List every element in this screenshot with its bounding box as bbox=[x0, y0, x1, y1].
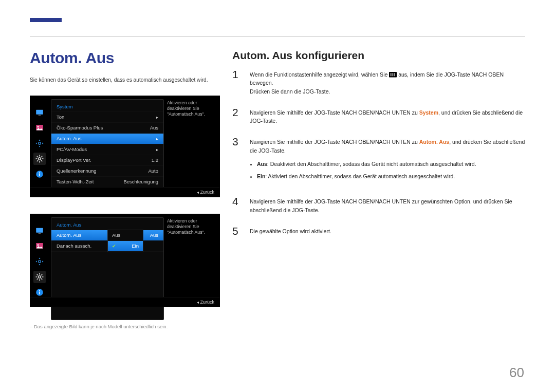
osd-popup: AusEin bbox=[107, 230, 143, 252]
bullet-lead: Aus bbox=[257, 161, 267, 167]
svg-point-22 bbox=[39, 276, 41, 278]
steps-list: 1 Wenn die Funktionstastenhilfe angezeig… bbox=[232, 69, 525, 236]
monitor-icon bbox=[33, 106, 46, 119]
svg-rect-18 bbox=[39, 233, 41, 234]
svg-rect-1 bbox=[39, 115, 41, 116]
svg-line-28 bbox=[41, 278, 42, 279]
osd-back: Zurück bbox=[30, 297, 219, 307]
arrows-icon bbox=[33, 137, 46, 150]
osd-popup-row: Ein bbox=[108, 241, 143, 252]
osd-tabs bbox=[30, 101, 49, 185]
footnote: Das angezeigte Bild kann je nach Modell … bbox=[30, 324, 220, 329]
osd-autom-aus: Autom. Aus Autom. AusAusDanach aussch. A… bbox=[30, 214, 220, 307]
osd-row-label: DisplayPort Ver. bbox=[57, 157, 91, 163]
right-column: Autom. Aus konfigurieren 1 Wenn die Funk… bbox=[232, 49, 525, 236]
svg-point-3 bbox=[38, 126, 39, 127]
svg-line-29 bbox=[37, 278, 38, 279]
osd-heading: System bbox=[51, 102, 163, 112]
step-2: Navigieren Sie mithilfe der JOG-Taste NA… bbox=[250, 107, 525, 125]
intro-text: Sie können das Gerät so einstellen, dass… bbox=[30, 76, 220, 84]
osd-row: Tasten-Wdh.-ZeitBeschleunigung bbox=[51, 177, 163, 188]
left-column: Autom. Aus Sie können das Gerät so einst… bbox=[30, 49, 220, 329]
osd-row-value bbox=[154, 146, 158, 152]
osd-rows: TonÖko-Sparmodus PlusAusAutom. AusPC/AV-… bbox=[51, 112, 163, 188]
menu-icon bbox=[389, 72, 397, 78]
svg-line-30 bbox=[41, 274, 42, 275]
osd-system-panel: System TonÖko-Sparmodus PlusAusAutom. Au… bbox=[51, 99, 164, 195]
osd-row-value bbox=[154, 136, 158, 141]
bullet-lead: Ein bbox=[257, 173, 265, 179]
svg-line-12 bbox=[37, 160, 38, 161]
svg-point-21 bbox=[39, 260, 41, 263]
bullet-ein: Ein: Aktiviert den Abschalttimer, sodass… bbox=[257, 172, 525, 180]
text: Navigieren Sie mithilfe der JOG-Taste NA… bbox=[250, 109, 419, 116]
osd-row: Autom. Aus bbox=[51, 134, 163, 144]
osd-heading: Autom. Aus bbox=[51, 220, 163, 230]
osd-row: Öko-Sparmodus PlusAus bbox=[51, 123, 163, 134]
picture-icon bbox=[33, 122, 46, 134]
osd-row: DisplayPort Ver.1.2 bbox=[51, 155, 163, 166]
svg-line-11 bbox=[41, 160, 42, 161]
svg-rect-35 bbox=[391, 73, 392, 76]
header-bar bbox=[30, 18, 525, 22]
osd-row-label: Öko-Sparmodus Plus bbox=[57, 125, 103, 130]
osd-back: Zurück bbox=[30, 187, 219, 197]
bullets: Aus: Deaktiviert den Abschalttimer, soda… bbox=[250, 160, 525, 181]
step-3: Navigieren Sie mithilfe der JOG-Taste NA… bbox=[250, 136, 525, 184]
osd-row: Ton bbox=[51, 112, 163, 123]
osd-popup-row: Aus bbox=[108, 230, 143, 241]
header-rule bbox=[30, 36, 525, 36]
osd-row-label: Tasten-Wdh.-Zeit bbox=[57, 179, 94, 184]
svg-rect-37 bbox=[395, 73, 396, 76]
svg-point-5 bbox=[39, 158, 41, 160]
step-number-3: 3 bbox=[232, 136, 245, 184]
picture-icon bbox=[33, 240, 46, 252]
svg-rect-17 bbox=[36, 228, 43, 233]
svg-point-4 bbox=[39, 142, 41, 145]
osd-row-value: Beschleunigung bbox=[123, 179, 158, 184]
step-number-2: 2 bbox=[232, 107, 245, 125]
gear-icon bbox=[33, 153, 46, 165]
page: Autom. Aus Sie können das Gerät so einst… bbox=[0, 0, 555, 392]
arrows-icon bbox=[33, 255, 46, 268]
step-number-4: 4 bbox=[232, 196, 245, 214]
header-accent bbox=[30, 18, 62, 22]
osd-row-label: PC/AV-Modus bbox=[57, 146, 87, 152]
subtitle: Autom. Aus konfigurieren bbox=[232, 49, 525, 62]
bullet-text: : Deaktiviert den Abschalttimer, sodass … bbox=[267, 161, 476, 167]
step-4: Navigieren Sie mithilfe der JOG-Taste NA… bbox=[250, 196, 525, 214]
osd-row-label: Quellenerkennung bbox=[57, 168, 97, 174]
osd-row: PC/AV-Modus bbox=[51, 144, 163, 155]
svg-rect-0 bbox=[36, 110, 43, 115]
step-number-1: 1 bbox=[232, 69, 245, 96]
text: Wenn die Funktionstastenhilfe angezeigt … bbox=[250, 71, 389, 78]
gear-icon bbox=[33, 271, 46, 283]
emphasis-system: System bbox=[419, 109, 438, 116]
osd-tip: Aktivieren oder deaktivieren Sie "Automa… bbox=[167, 218, 215, 235]
page-number: 60 bbox=[509, 365, 524, 381]
osd-tabs bbox=[30, 219, 49, 304]
osd-row: QuellenerkennungAuto bbox=[51, 166, 163, 177]
osd-row-value: Aus bbox=[150, 232, 158, 238]
step-1: Wenn die Funktionstastenhilfe angezeigt … bbox=[250, 69, 525, 96]
svg-point-20 bbox=[38, 244, 39, 246]
osd-row-label: Autom. Aus bbox=[57, 232, 82, 238]
step-number-5: 5 bbox=[232, 226, 245, 236]
osd-row-value: 1.2 bbox=[152, 157, 158, 163]
svg-line-27 bbox=[37, 274, 38, 275]
svg-rect-16 bbox=[39, 172, 40, 173]
svg-rect-32 bbox=[39, 291, 40, 294]
svg-line-10 bbox=[37, 156, 38, 157]
bullet-text: : Aktiviert den Abschalttimer, sodass da… bbox=[265, 173, 455, 179]
text: Navigieren Sie mithilfe der JOG-Taste NA… bbox=[250, 139, 419, 145]
svg-rect-15 bbox=[39, 173, 40, 176]
osd-tip: Aktivieren oder deaktivieren Sie "Automa… bbox=[167, 100, 215, 117]
step-5: Die gewählte Option wird aktiviert. bbox=[250, 226, 525, 236]
osd-row-value bbox=[154, 114, 158, 120]
monitor-icon bbox=[33, 225, 46, 237]
svg-rect-36 bbox=[393, 73, 394, 76]
osd-row-label: Danach aussch. bbox=[57, 243, 91, 249]
text: Drücken Sie dann die JOG-Taste. bbox=[250, 88, 330, 95]
page-title: Autom. Aus bbox=[30, 49, 220, 67]
info-icon bbox=[33, 168, 46, 180]
